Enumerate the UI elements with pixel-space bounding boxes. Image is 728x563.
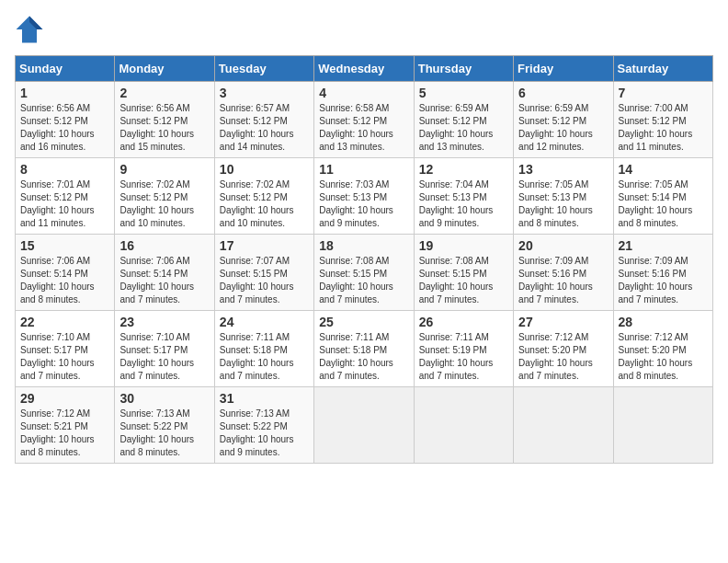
day-number: 18	[319, 238, 408, 253]
day-number: 23	[119, 315, 209, 329]
day-info: Sunrise: 6:58 AMSunset: 5:12 PMDaylight:…	[319, 103, 393, 152]
calendar-cell: 6Sunrise: 6:59 AMSunset: 5:12 PMDaylight…	[514, 82, 613, 158]
calendar-cell: 24Sunrise: 7:11 AMSunset: 5:18 PMDayligh…	[214, 311, 313, 387]
day-number: 12	[419, 162, 508, 177]
day-number: 2	[119, 86, 209, 100]
calendar-cell: 4Sunrise: 6:58 AMSunset: 5:12 PMDaylight…	[314, 82, 414, 158]
weekday-header-friday: Friday	[514, 56, 613, 82]
calendar-cell: 20Sunrise: 7:09 AMSunset: 5:16 PMDayligh…	[514, 235, 613, 311]
calendar-cell: 1Sunrise: 6:56 AMSunset: 5:12 PMDaylight…	[16, 82, 115, 158]
logo-icon	[15, 15, 44, 44]
day-number: 31	[220, 391, 309, 406]
day-info: Sunrise: 7:11 AMSunset: 5:19 PMDaylight:…	[419, 332, 494, 381]
page-header	[15, 15, 713, 44]
day-number: 13	[518, 162, 608, 177]
calendar-week-row: 29Sunrise: 7:12 AMSunset: 5:21 PMDayligh…	[16, 387, 713, 464]
calendar-cell: 8Sunrise: 7:01 AMSunset: 5:12 PMDaylight…	[16, 158, 115, 235]
calendar-cell: 10Sunrise: 7:02 AMSunset: 5:12 PMDayligh…	[214, 158, 313, 235]
day-info: Sunrise: 7:00 AMSunset: 5:12 PMDaylight:…	[619, 103, 693, 152]
day-number: 15	[20, 238, 109, 253]
day-info: Sunrise: 7:13 AMSunset: 5:22 PMDaylight:…	[119, 408, 194, 457]
calendar-week-row: 8Sunrise: 7:01 AMSunset: 5:12 PMDaylight…	[16, 158, 713, 235]
day-info: Sunrise: 7:05 AMSunset: 5:13 PMDaylight:…	[518, 179, 593, 228]
calendar-cell: 15Sunrise: 7:06 AMSunset: 5:14 PMDayligh…	[16, 235, 115, 311]
day-number: 7	[619, 86, 708, 100]
calendar-cell	[314, 387, 414, 464]
day-info: Sunrise: 7:09 AMSunset: 5:16 PMDaylight:…	[518, 256, 593, 304]
day-info: Sunrise: 7:04 AMSunset: 5:13 PMDaylight:…	[419, 179, 494, 228]
day-number: 20	[518, 238, 608, 253]
day-info: Sunrise: 7:10 AMSunset: 5:17 PMDaylight:…	[119, 332, 194, 381]
day-number: 1	[20, 86, 109, 100]
weekday-header-thursday: Thursday	[414, 56, 513, 82]
calendar-cell: 31Sunrise: 7:13 AMSunset: 5:22 PMDayligh…	[214, 387, 313, 464]
calendar-cell	[514, 387, 613, 464]
day-info: Sunrise: 7:08 AMSunset: 5:15 PMDaylight:…	[319, 256, 393, 304]
day-info: Sunrise: 7:12 AMSunset: 5:20 PMDaylight:…	[518, 332, 593, 381]
calendar-cell: 11Sunrise: 7:03 AMSunset: 5:13 PMDayligh…	[314, 158, 414, 235]
calendar-cell	[414, 387, 513, 464]
weekday-header-saturday: Saturday	[613, 56, 712, 82]
day-info: Sunrise: 7:05 AMSunset: 5:14 PMDaylight:…	[619, 179, 693, 228]
calendar-cell: 21Sunrise: 7:09 AMSunset: 5:16 PMDayligh…	[613, 235, 712, 311]
calendar-cell: 12Sunrise: 7:04 AMSunset: 5:13 PMDayligh…	[414, 158, 513, 235]
day-number: 30	[119, 391, 209, 406]
day-info: Sunrise: 7:11 AMSunset: 5:18 PMDaylight:…	[319, 332, 393, 381]
calendar-cell: 27Sunrise: 7:12 AMSunset: 5:20 PMDayligh…	[514, 311, 613, 387]
calendar-cell: 26Sunrise: 7:11 AMSunset: 5:19 PMDayligh…	[414, 311, 513, 387]
day-number: 4	[319, 86, 408, 100]
calendar-week-row: 15Sunrise: 7:06 AMSunset: 5:14 PMDayligh…	[16, 235, 713, 311]
calendar-cell: 18Sunrise: 7:08 AMSunset: 5:15 PMDayligh…	[314, 235, 414, 311]
weekday-header-tuesday: Tuesday	[214, 56, 313, 82]
day-info: Sunrise: 7:01 AMSunset: 5:12 PMDaylight:…	[20, 179, 95, 228]
day-info: Sunrise: 7:08 AMSunset: 5:15 PMDaylight:…	[419, 256, 494, 304]
calendar-cell: 23Sunrise: 7:10 AMSunset: 5:17 PMDayligh…	[115, 311, 214, 387]
calendar-cell: 7Sunrise: 7:00 AMSunset: 5:12 PMDaylight…	[613, 82, 712, 158]
calendar-cell: 3Sunrise: 6:57 AMSunset: 5:12 PMDaylight…	[214, 82, 313, 158]
calendar-cell: 16Sunrise: 7:06 AMSunset: 5:14 PMDayligh…	[115, 235, 214, 311]
day-info: Sunrise: 6:59 AMSunset: 5:12 PMDaylight:…	[518, 103, 593, 152]
day-info: Sunrise: 6:57 AMSunset: 5:12 PMDaylight:…	[220, 103, 294, 152]
calendar-cell: 5Sunrise: 6:59 AMSunset: 5:12 PMDaylight…	[414, 82, 513, 158]
calendar-cell	[613, 387, 712, 464]
day-number: 25	[319, 315, 408, 329]
day-number: 19	[419, 238, 508, 253]
day-info: Sunrise: 6:59 AMSunset: 5:12 PMDaylight:…	[419, 103, 494, 152]
day-info: Sunrise: 7:12 AMSunset: 5:21 PMDaylight:…	[20, 408, 95, 457]
calendar-cell: 17Sunrise: 7:07 AMSunset: 5:15 PMDayligh…	[214, 235, 313, 311]
day-number: 5	[419, 86, 508, 100]
day-number: 22	[20, 315, 109, 329]
day-info: Sunrise: 7:06 AMSunset: 5:14 PMDaylight:…	[20, 256, 95, 304]
calendar-cell: 13Sunrise: 7:05 AMSunset: 5:13 PMDayligh…	[514, 158, 613, 235]
day-number: 21	[619, 238, 708, 253]
calendar-cell: 25Sunrise: 7:11 AMSunset: 5:18 PMDayligh…	[314, 311, 414, 387]
calendar-cell: 9Sunrise: 7:02 AMSunset: 5:12 PMDaylight…	[115, 158, 214, 235]
calendar-table: SundayMondayTuesdayWednesdayThursdayFrid…	[15, 55, 713, 464]
logo	[15, 15, 48, 44]
day-info: Sunrise: 7:13 AMSunset: 5:22 PMDaylight:…	[220, 408, 294, 457]
day-info: Sunrise: 7:10 AMSunset: 5:17 PMDaylight:…	[20, 332, 95, 381]
day-number: 27	[518, 315, 608, 329]
day-info: Sunrise: 7:07 AMSunset: 5:15 PMDaylight:…	[220, 256, 294, 304]
day-info: Sunrise: 7:02 AMSunset: 5:12 PMDaylight:…	[220, 179, 294, 228]
day-number: 11	[319, 162, 408, 177]
day-number: 17	[220, 238, 309, 253]
day-number: 16	[119, 238, 209, 253]
calendar-cell: 2Sunrise: 6:56 AMSunset: 5:12 PMDaylight…	[115, 82, 214, 158]
day-number: 3	[220, 86, 309, 100]
day-number: 29	[20, 391, 109, 406]
calendar-cell: 14Sunrise: 7:05 AMSunset: 5:14 PMDayligh…	[613, 158, 712, 235]
calendar-cell: 22Sunrise: 7:10 AMSunset: 5:17 PMDayligh…	[16, 311, 115, 387]
day-info: Sunrise: 7:09 AMSunset: 5:16 PMDaylight:…	[619, 256, 693, 304]
calendar-cell: 29Sunrise: 7:12 AMSunset: 5:21 PMDayligh…	[16, 387, 115, 464]
calendar-cell: 19Sunrise: 7:08 AMSunset: 5:15 PMDayligh…	[414, 235, 513, 311]
weekday-header-sunday: Sunday	[16, 56, 115, 82]
day-number: 10	[220, 162, 309, 177]
day-number: 8	[20, 162, 109, 177]
day-info: Sunrise: 6:56 AMSunset: 5:12 PMDaylight:…	[119, 103, 194, 152]
calendar-week-row: 22Sunrise: 7:10 AMSunset: 5:17 PMDayligh…	[16, 311, 713, 387]
calendar-week-row: 1Sunrise: 6:56 AMSunset: 5:12 PMDaylight…	[16, 82, 713, 158]
day-number: 26	[419, 315, 508, 329]
day-info: Sunrise: 7:06 AMSunset: 5:14 PMDaylight:…	[119, 256, 194, 304]
day-info: Sunrise: 7:11 AMSunset: 5:18 PMDaylight:…	[220, 332, 294, 381]
